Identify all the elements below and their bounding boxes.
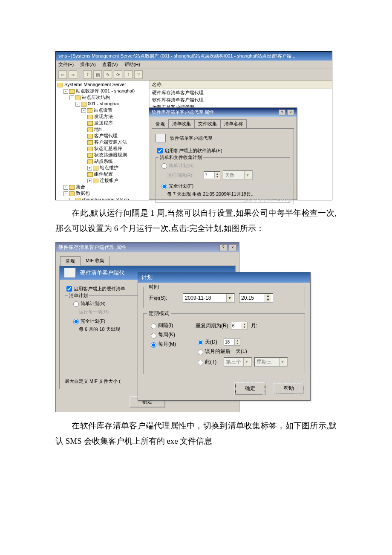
agent-header: 硬件清单客户端代 [80, 269, 124, 277]
tab-general[interactable]: 常规 [152, 120, 169, 129]
dialog-title: 软件库存清单客户端代理 属性 [152, 109, 214, 116]
run-interval-spinner: ▲▼ [204, 171, 220, 179]
recur-every-label: 重复周期为(R) [196, 322, 228, 330]
run-interval-label: 运行间隔(R): [167, 172, 204, 179]
column-name[interactable]: 名称 [150, 81, 332, 89]
menu-action[interactable]: 操作(A) [80, 62, 96, 67]
simple-schedule-radio[interactable] [73, 301, 79, 307]
tab-inventory-collect[interactable]: 清单收集 [168, 119, 195, 128]
tab-mif-collect[interactable]: MIF 收集 [80, 256, 110, 266]
close-icon[interactable]: × [287, 110, 294, 116]
full-schedule-radio[interactable] [161, 184, 167, 189]
tab-file-collect[interactable]: 文件收集 [194, 119, 221, 128]
properties-icon[interactable]: ✎ [104, 70, 112, 79]
recur-unit-label: 月: [251, 322, 257, 330]
recur-every-spinner[interactable]: ▲▼ [231, 322, 248, 330]
recurrence-group-label: 定期模式 [147, 310, 171, 317]
schedule-dialog: 计划 时间 开始(S): 2009-11-18▼ 20:15 ▲▼ [138, 272, 311, 401]
start-time-input[interactable]: 20:15 ▲▼ [239, 293, 273, 303]
agent-icon [64, 268, 76, 278]
export-icon[interactable]: ⇪ [124, 70, 133, 79]
simple-schedule-label: 简单计划(S) [81, 301, 106, 307]
help-icon[interactable]: ? [279, 110, 285, 116]
simple-schedule-radio[interactable] [161, 163, 167, 169]
help-icon[interactable]: ? [219, 244, 227, 251]
paragraph-2: 在软件库存清单客户端代理属性中，切换到清单收集标签，如下图所示,默认 SMS 会… [55, 418, 337, 449]
list-item[interactable]: 软件库存清单客户端代理 [150, 96, 332, 104]
monthly-last-day-label: 该月的最后一天(L) [205, 348, 247, 355]
full-schedule-text: 每 7 天出现 生效 21:05 2009年11月18日。 [167, 191, 256, 197]
ordinal-select: 第三个▼ [224, 357, 252, 367]
menu-file[interactable]: 文件(F) [58, 62, 74, 67]
enable-hardware-inventory-label: 启用客户端上的硬件清单 [74, 286, 125, 292]
forward-icon[interactable]: ⇒ [69, 70, 77, 79]
run-interval-unit: 天数▼ [223, 171, 253, 180]
menubar[interactable]: 文件(F) 操作(A) 查看(V) 帮助(H) [56, 61, 332, 69]
tab-inventory-names[interactable]: 清单名称 [220, 119, 247, 128]
full-schedule-desc: 每 6 月的 18 天出现 [79, 326, 120, 332]
simple-schedule-label: 简单计划(S) [169, 162, 194, 169]
up-icon[interactable]: ⤴ [83, 70, 92, 79]
close-icon[interactable]: × [229, 244, 236, 251]
dialog-title: 硬件库存清单客户端代理 属性 [58, 244, 126, 251]
refresh-icon[interactable]: ⟳ [114, 70, 122, 79]
enable-hardware-inventory-checkbox[interactable] [66, 286, 72, 292]
mode-monthly-radio[interactable] [151, 342, 156, 348]
tree-pane[interactable]: Systems Management Server -站点数据库 (001 - … [56, 81, 150, 200]
full-schedule-label: 完全计划(F) [169, 183, 193, 189]
tab-general[interactable]: 常规 [60, 256, 81, 266]
run-each-label: 运行每一项(R): [79, 309, 110, 315]
full-schedule-radio[interactable] [73, 319, 79, 324]
max-mif-label: 最大自定义 MIF 文件大小 ( [65, 378, 121, 384]
back-icon[interactable]: ⇐ [58, 70, 67, 79]
monthly-the-radio[interactable] [198, 360, 203, 365]
toolbar: ⇐ ⇒ ⤴ ▤ ✎ ⟳ ⇪ ? [56, 69, 332, 81]
paragraph-1: 在此,默认运行间隔是 1 周,当然可以自行设置,如果公司中每半年检查一次,那么可… [55, 205, 337, 236]
mode-weekly-radio[interactable] [151, 333, 156, 338]
enable-software-inventory-label: 启用客户端上的软件清单(E) [164, 147, 222, 154]
monthly-day-radio[interactable] [198, 340, 203, 345]
day-of-week-select: 星期三▼ [254, 357, 288, 367]
start-date-input[interactable]: 2009-11-18▼ [183, 293, 235, 303]
help-icon[interactable]: ? [134, 70, 143, 79]
menu-help[interactable]: 帮助(H) [124, 62, 140, 67]
agent-icon [156, 134, 166, 142]
time-group-label: 时间 [147, 283, 161, 291]
inventory-schedule-group-label: 清单计划 [68, 292, 89, 299]
schedule-group-label: 清单和文件收集计划 [159, 154, 203, 161]
mode-interval-radio[interactable] [151, 324, 156, 329]
menu-view[interactable]: 查看(V) [102, 62, 118, 67]
full-schedule-label: 完全计划(F) [81, 318, 105, 324]
show-hide-tree-icon[interactable]: ▤ [93, 70, 102, 79]
monthly-day-spinner[interactable]: ▲▼ [224, 338, 240, 346]
list-item[interactable]: 硬件库存清单客户端代理 [150, 89, 332, 96]
enable-software-inventory-checkbox[interactable] [157, 148, 163, 153]
schedule-figure: 硬件库存清单客户端代理 属性 ? × 常规 MIF 收集 硬件清单客户端代 启用… [55, 242, 311, 412]
help-button[interactable]: 帮助 [274, 383, 304, 394]
start-label: 开始(S): [149, 295, 179, 302]
dialog-title: 计划 [138, 272, 310, 283]
mmc-window: sms - [Systems Management Server\站点数据库 (… [55, 51, 332, 200]
agent-header: 软件清单客户端代理 [170, 135, 212, 142]
monthly-last-day-radio[interactable] [198, 350, 203, 355]
window-title: sms - [Systems Management Server\站点数据库 (… [56, 52, 332, 61]
ok-button[interactable]: 确定 [235, 383, 265, 394]
software-inventory-agent-dialog: 软件库存清单客户端代理 属性 ? × 常规 清单收集 文件收集 清单名称 软件清… [149, 107, 297, 200]
